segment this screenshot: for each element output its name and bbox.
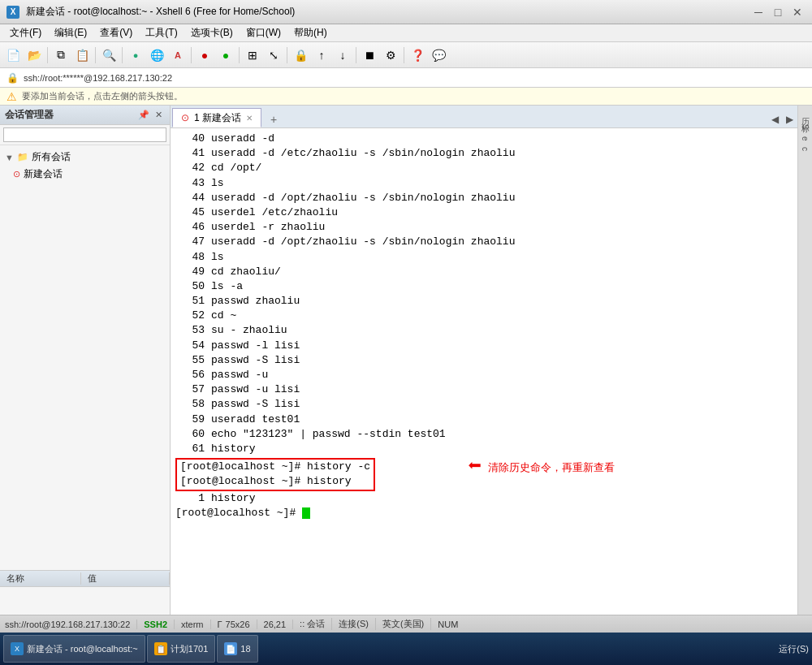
close-button[interactable]: ✕ xyxy=(789,4,806,20)
upload-btn[interactable]: ↑ xyxy=(312,45,331,65)
taskbar-item-calc[interactable]: 📋 计划1701 xyxy=(147,635,215,663)
content-area: ⊙ 1 新建会话 ✕ + ◀ ▶ 40useradd -d41useradd -… xyxy=(171,106,797,615)
green-btn[interactable]: ● xyxy=(216,45,235,65)
term-text: xterm xyxy=(181,620,204,629)
terminal-line: 55passwd -S lisi xyxy=(175,353,793,368)
right-tab-4[interactable]: e xyxy=(801,134,810,144)
tab-close-icon[interactable]: ✕ xyxy=(246,114,253,123)
sidebar-close-icon[interactable]: ✕ xyxy=(152,109,165,122)
tab-new-session[interactable]: ⊙ 1 新建会话 ✕ xyxy=(172,108,261,127)
taskbar-xshell-label: 新建会话 - root@localhost:~ xyxy=(27,643,138,655)
sidebar-search-area xyxy=(0,125,170,145)
address-bar: 🔒 ssh://root:******@192.168.217.130:22 xyxy=(0,68,812,88)
status-protocol-section: SSH2 xyxy=(144,620,175,629)
tree-item-new-session[interactable]: ⊙ 新建会话 xyxy=(0,166,170,183)
sep2 xyxy=(95,47,96,63)
xshell-taskbar-icon: X xyxy=(11,642,24,655)
all-sessions-label: 所有会话 xyxy=(32,150,71,164)
layout-btn[interactable]: ⊞ xyxy=(243,45,262,65)
taskbar-item-doc[interactable]: 📄 18 xyxy=(217,635,257,663)
settings-btn[interactable]: ⚙ xyxy=(381,45,400,65)
maximize-button[interactable]: □ xyxy=(770,4,786,20)
hint-bar: ⚠ 要添加当前会话，点击左侧的箭头按钮。 xyxy=(0,88,812,106)
terminal-line: 56passwd -u xyxy=(175,368,793,382)
terminal-annotated-area: [root@localhost ~]# history -c [root@loc… xyxy=(175,456,793,490)
size-prefix: Γ xyxy=(218,620,222,629)
new-session-btn[interactable]: 📄 xyxy=(3,45,23,65)
help-btn[interactable]: ❓ xyxy=(408,45,427,65)
sidebar-pin-icon[interactable]: 📌 xyxy=(137,109,150,122)
tab-next-icon[interactable]: ▶ xyxy=(783,113,796,126)
name-col-header: 名称 xyxy=(0,572,81,585)
minimize-button[interactable]: ─ xyxy=(750,4,767,20)
sidebar-title: 会话管理器 xyxy=(5,108,134,122)
record-btn[interactable]: ● xyxy=(195,45,214,65)
terminal-line: 54passwd -l lisi xyxy=(175,339,793,353)
sidebar-header: 会话管理器 📌 ✕ xyxy=(0,106,170,125)
sep1 xyxy=(47,47,48,63)
terminal-lines: 40useradd -d41useradd -d /etc/zhaoliu -s… xyxy=(175,132,793,456)
history-output-line: 1history xyxy=(175,491,793,506)
open-btn[interactable]: 📂 xyxy=(24,45,44,65)
copy-btn[interactable]: ⧉ xyxy=(51,45,71,65)
terminal-line: 49cd zhaoliu/ xyxy=(175,265,793,279)
window-title: 新建会话 - root@localhost:~ - Xshell 6 (Free… xyxy=(26,5,744,19)
terminal[interactable]: 40useradd -d41useradd -d /etc/zhaoliu -s… xyxy=(171,128,797,615)
right-tab-3[interactable]: S xyxy=(801,122,810,132)
tab-icon: ⊙ xyxy=(181,112,189,123)
menu-item[interactable]: 编辑(E) xyxy=(48,24,93,41)
session-icon: ⊙ xyxy=(13,169,20,179)
resize-btn[interactable]: ⤡ xyxy=(264,45,283,65)
cursor xyxy=(302,507,310,519)
tab-prev-icon[interactable]: ◀ xyxy=(768,113,781,126)
folder-icon: 📁 xyxy=(17,152,28,162)
network-btn[interactable]: ● xyxy=(126,45,145,65)
sep3 xyxy=(122,47,123,63)
right-tab-1[interactable]: 历 xyxy=(800,109,811,114)
window-controls: ─ □ ✕ xyxy=(750,4,806,20)
tree-item-all-sessions[interactable]: ▼ 📁 所有会话 xyxy=(0,149,170,166)
find-btn[interactable]: 🔍 xyxy=(99,45,119,65)
lang-text: 英文(美国) xyxy=(382,618,424,630)
history-line: [root@localhost ~]# history xyxy=(180,474,370,489)
doc-icon: 📄 xyxy=(224,642,237,655)
status-numlock-section: NUM xyxy=(438,620,464,629)
sep8 xyxy=(404,47,404,63)
menu-item[interactable]: 工具(T) xyxy=(139,24,184,41)
status-sessions-section: :: 会话 xyxy=(300,618,332,630)
tab-add-button[interactable]: + xyxy=(265,111,283,127)
terminal-line: 44useradd -d /opt/zhaoliu -s /sbin/nolog… xyxy=(175,191,793,205)
tab-nav: ◀ ▶ xyxy=(768,113,796,127)
download-btn[interactable]: ↓ xyxy=(333,45,352,65)
stop-btn[interactable]: ⏹ xyxy=(360,45,379,65)
connections-text: 连接(S) xyxy=(339,618,369,630)
menu-item[interactable]: 选项卡(B) xyxy=(184,24,240,41)
paste-btn[interactable]: 📋 xyxy=(72,45,92,65)
lock-btn[interactable]: 🔒 xyxy=(291,45,310,65)
taskbar-item-xshell[interactable]: X 新建会话 - root@localhost:~ xyxy=(3,635,145,663)
comment-btn[interactable]: 💬 xyxy=(429,45,448,65)
status-connections-section: 连接(S) xyxy=(339,618,376,630)
lock-icon: 🔒 xyxy=(6,72,19,84)
taskbar: X 新建会话 - root@localhost:~ 📋 计划1701 📄 18 … xyxy=(0,633,812,665)
right-tab-2[interactable]: 标 xyxy=(800,115,811,120)
history-c-line: [root@localhost ~]# history -c xyxy=(180,460,370,474)
right-tab-5[interactable]: c xyxy=(801,145,810,153)
status-bar: ssh://root@192.168.217.130:22 SSH2 xterm… xyxy=(0,615,812,633)
terminal-line: 47useradd -d /opt/zhaoliu -s /sbin/nolog… xyxy=(175,235,793,249)
sep4 xyxy=(191,47,192,63)
font-btn[interactable]: A xyxy=(168,45,188,65)
terminal-line: 48ls xyxy=(175,250,793,265)
menu-item[interactable]: 帮助(H) xyxy=(287,24,334,41)
sidebar-search-input[interactable] xyxy=(3,127,166,142)
terminal-line: 40useradd -d xyxy=(175,132,793,146)
taskbar-doc-label: 18 xyxy=(240,644,250,654)
properties-header: 名称 值 xyxy=(0,571,170,587)
annotation-text: 清除历史命令，再重新查看 xyxy=(488,460,615,475)
toolbar: 📄 📂 ⧉ 📋 🔍 ● 🌐 A ● ● ⊞ ⤡ 🔒 ↑ ↓ ⏹ ⚙ ❓ 💬 xyxy=(0,42,812,68)
globe-btn[interactable]: 🌐 xyxy=(147,45,166,65)
menu-item[interactable]: 窗口(W) xyxy=(240,24,287,41)
menu-bar: const menuData = JSON.parse(document.get… xyxy=(0,24,812,42)
menu-item[interactable]: 文件(F) xyxy=(3,24,48,41)
menu-item[interactable]: 查看(V) xyxy=(93,24,139,41)
